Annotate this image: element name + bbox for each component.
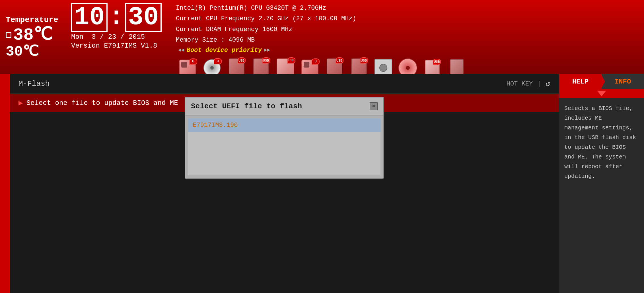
usb-badge-0: U xyxy=(189,58,197,65)
dialog-box: Select UEFI file to flash × E7917IMS.190 xyxy=(185,97,384,179)
usb-badge-7: USB xyxy=(360,57,368,64)
tab-help[interactable]: HELP xyxy=(559,74,602,89)
temp1-value: 38 xyxy=(13,27,34,44)
dialog-title: Select UEFI file to flash xyxy=(191,102,302,111)
temp1-indicator xyxy=(6,32,11,38)
temperature-section: Temperature 38℃ 30℃ xyxy=(0,0,63,74)
usb-badge-6: USB xyxy=(336,57,343,64)
arrow-indicator: ▶ xyxy=(18,98,23,107)
temperature-label: Temperature xyxy=(6,15,58,24)
right-panel: HELP INFO Selects a BIOS file, includes … xyxy=(559,74,644,293)
file-item-0[interactable]: E7917IMS.190 xyxy=(188,118,380,132)
cpu-line2: Current CPU Frequency 2.70 GHz (27 x 100… xyxy=(176,13,638,24)
clock-colon: : xyxy=(109,3,124,32)
date-display: Mon 3 / 23 / 2015 xyxy=(71,33,145,41)
boot-priority-label: Boot device priority xyxy=(187,47,262,54)
dialog-title-bar: Select UEFI file to flash × xyxy=(185,97,383,115)
usb-badge-4: USB xyxy=(287,57,295,64)
boot-arrow-right: ►► xyxy=(264,47,270,53)
version-display: Version E7917IMS V1.8 xyxy=(71,42,157,50)
temp2-value: 30 xyxy=(6,45,23,59)
hotkey-label: HOT KEY xyxy=(507,80,533,88)
back-button[interactable]: ↺ xyxy=(546,79,550,88)
usb-badge-5: U xyxy=(312,58,320,65)
usb-badge-3: USB xyxy=(262,57,270,64)
file-list: E7917IMS.190 xyxy=(188,118,380,175)
left-panel: M-Flash HOT KEY | ↺ ▶ Select one file to… xyxy=(10,74,559,293)
help-triangle-icon xyxy=(597,91,606,96)
dialog-overlay: Select UEFI file to flash × E7917IMS.190 xyxy=(185,97,384,179)
dialog-body: E7917IMS.190 xyxy=(185,115,383,178)
temp1-display: 38℃ xyxy=(6,27,53,44)
temp2-display: 30℃ xyxy=(6,45,39,59)
date-value: 3 / 23 / 2015 xyxy=(92,33,145,41)
right-panel-help-text: Selects a BIOS file, includes ME managem… xyxy=(559,98,644,293)
usb-badge-1: U xyxy=(214,58,222,64)
clock-section: 10 : 30 Mon 3 / 23 / 2015 Version E7917I… xyxy=(63,0,170,74)
cpu-line4: Memory Size : 4096 MB xyxy=(176,35,638,45)
clock-hours: 10 xyxy=(71,3,108,32)
help-text: Selects a BIOS file, includes ME managem… xyxy=(564,105,636,180)
cpu-line1: Intel(R) Pentium(R) CPU G3420T @ 2.70GHz xyxy=(176,3,638,13)
boot-arrow-left: ◄◄ xyxy=(178,47,184,53)
cpu-line3: Current DRAM Frequency 1600 MHz xyxy=(176,24,638,35)
help-triangle-bar xyxy=(559,89,644,98)
top-bar: Temperature 38℃ 30℃ 10 : 30 Mon 3 / 23 /… xyxy=(0,0,644,74)
dialog-close-button[interactable]: × xyxy=(370,102,378,110)
hotkey-sep: | xyxy=(537,80,541,88)
hotkey-area: HOT KEY | ↺ xyxy=(507,79,550,88)
main-content: M-Flash HOT KEY | ↺ ▶ Select one file to… xyxy=(0,74,644,293)
usb-badge-10: USB xyxy=(433,59,441,65)
temp1-unit: ℃ xyxy=(34,27,53,44)
boot-priority-bar: ◄◄ Boot device priority ►► xyxy=(176,47,638,54)
panel-title: M-Flash xyxy=(18,80,50,88)
temp2-unit: ℃ xyxy=(23,45,39,59)
left-sidebar-bar xyxy=(0,74,10,293)
panel-header: M-Flash HOT KEY | ↺ xyxy=(10,74,559,94)
cpu-info: Intel(R) Pentium(R) CPU G3420T @ 2.70GHz… xyxy=(176,3,638,46)
info-section: Intel(R) Pentium(R) CPU G3420T @ 2.70GHz… xyxy=(170,0,644,74)
usb-badge-2: USB xyxy=(238,57,246,64)
day-name: Mon xyxy=(71,33,83,41)
clock-minutes: 30 xyxy=(125,3,162,32)
select-file-prompt: Select one file to update BIOS and ME xyxy=(26,99,178,107)
